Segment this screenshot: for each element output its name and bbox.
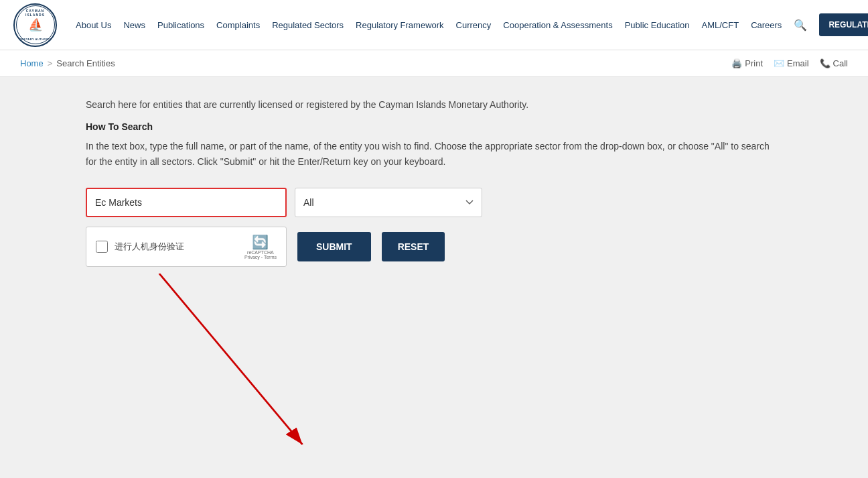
nav-regulatory-framework[interactable]: Regulatory Framework xyxy=(350,15,449,36)
recaptcha-logo: 🔄 reCAPTCHA Privacy - Terms xyxy=(244,234,277,259)
breadcrumb-home[interactable]: Home xyxy=(20,58,44,68)
nav-amlcft[interactable]: AML/CFT xyxy=(697,15,745,36)
captcha-checkbox[interactable] xyxy=(96,241,108,253)
search-row: All Banking Insurance Securities Mutual … xyxy=(86,188,782,217)
recaptcha-icon: 🔄 xyxy=(252,234,269,250)
nav-about-us[interactable]: About Us xyxy=(70,15,117,36)
svg-line-1 xyxy=(159,274,303,444)
recaptcha-sub: Privacy - Terms xyxy=(244,255,277,259)
main-nav: About Us News Publications Complaints Re… xyxy=(70,13,868,37)
captcha-row: 进行人机身份验证 🔄 reCAPTCHA Privacy - Terms SUB… xyxy=(86,227,782,267)
site-header: CAYMAN ISLANDS ⛵ MONETARY AUTHORITY Abou… xyxy=(0,0,868,50)
call-action[interactable]: 📞 Call xyxy=(820,58,848,68)
nav-public-education[interactable]: Public Education xyxy=(620,15,695,36)
instruction-text: In the text box, type the full name, or … xyxy=(86,139,782,169)
phone-icon: 📞 xyxy=(820,58,830,68)
call-label: Call xyxy=(833,58,848,68)
captcha-box: 进行人机身份验证 🔄 reCAPTCHA Privacy - Terms xyxy=(86,227,287,267)
nav-complaints[interactable]: Complaints xyxy=(211,15,265,36)
print-action[interactable]: 🖨️ Print xyxy=(731,58,763,68)
nav-regulated-sectors[interactable]: Regulated Sectors xyxy=(267,15,349,36)
breadcrumb-bar: Home > Search Entities 🖨️ Print ✉️ Email… xyxy=(0,50,868,77)
breadcrumb: Home > Search Entities xyxy=(20,58,115,68)
nav-careers[interactable]: Careers xyxy=(745,15,787,36)
submit-button[interactable]: SUBMIT xyxy=(297,232,371,261)
sector-select[interactable]: All Banking Insurance Securities Mutual … xyxy=(295,188,482,217)
reset-button[interactable]: RESET xyxy=(382,232,445,261)
print-icon: 🖨️ xyxy=(731,58,742,68)
recaptcha-text: reCAPTCHA xyxy=(247,250,274,255)
search-form: All Banking Insurance Securities Mutual … xyxy=(86,188,782,267)
email-action[interactable]: ✉️ Email xyxy=(774,58,809,68)
search-icon[interactable]: 🔍 xyxy=(788,13,812,37)
nav-publications[interactable]: Publications xyxy=(152,15,210,36)
breadcrumb-current: Search Entities xyxy=(56,58,115,68)
print-label: Print xyxy=(745,58,763,68)
nav-cooperation[interactable]: Cooperation & Assessments xyxy=(498,15,618,36)
nav-news[interactable]: News xyxy=(118,15,151,36)
breadcrumb-separator: > xyxy=(48,58,53,68)
search-input[interactable] xyxy=(86,188,287,217)
how-to-search-title: How To Search xyxy=(86,121,782,132)
annotation-arrow xyxy=(86,274,782,461)
annotation-area xyxy=(86,274,782,461)
description-text: Search here for entities that are curren… xyxy=(86,97,782,112)
nav-currency[interactable]: Currency xyxy=(451,15,497,36)
regulated-entities-button[interactable]: REGULATED ENTITIES xyxy=(819,13,868,36)
captcha-label: 进行人机身份验证 xyxy=(115,241,238,253)
email-icon: ✉️ xyxy=(774,58,784,68)
logo[interactable]: CAYMAN ISLANDS ⛵ MONETARY AUTHORITY xyxy=(13,3,57,47)
email-label: Email xyxy=(787,58,809,68)
breadcrumb-actions: 🖨️ Print ✉️ Email 📞 Call xyxy=(731,58,848,68)
main-content: Search here for entities that are curren… xyxy=(66,77,802,478)
